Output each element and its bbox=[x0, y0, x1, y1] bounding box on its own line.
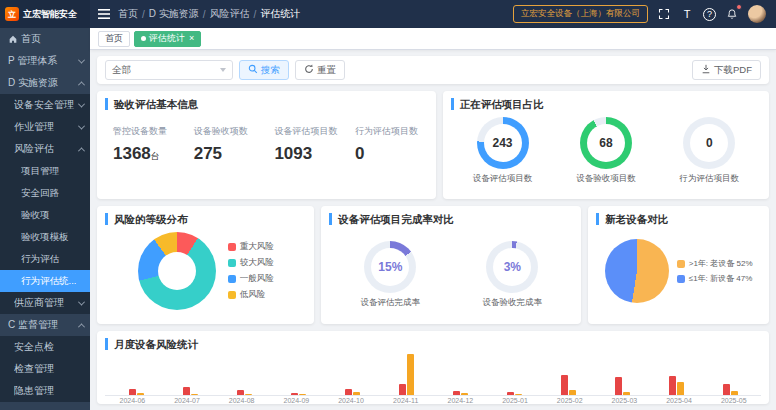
sidebar-item-9[interactable]: 验收项模板 bbox=[0, 226, 90, 248]
sidebar-item-label: 安全点检 bbox=[14, 340, 84, 354]
sidebar-item-11[interactable]: 行为评估统... bbox=[0, 270, 90, 292]
bar-较大风险[interactable] bbox=[461, 393, 468, 395]
bar-较大风险[interactable] bbox=[407, 354, 414, 395]
sidebar-collapse-icon[interactable] bbox=[90, 9, 118, 19]
bar-重大风险[interactable] bbox=[669, 376, 676, 395]
sidebar-item-15[interactable]: 检查管理 bbox=[0, 358, 90, 380]
sidebar-item-10[interactable]: 行为评估 bbox=[0, 248, 90, 270]
legend-swatch bbox=[677, 260, 685, 268]
stat-number: 1093 bbox=[274, 144, 312, 163]
x-axis-labels: 2024-062024-072024-082024-092024-102024-… bbox=[105, 397, 761, 404]
sidebar-item-label: D 实施资源 bbox=[8, 76, 77, 90]
bar-较大风险[interactable] bbox=[245, 394, 252, 395]
sidebar-item-6[interactable]: 项目管理 bbox=[0, 160, 90, 182]
bar-较大风险[interactable] bbox=[569, 390, 576, 395]
stat-managed-devices: 管控设备数量 1368台 bbox=[105, 125, 186, 164]
legend-item: 低风险 bbox=[228, 289, 274, 301]
sidebar-item-label: 检查管理 bbox=[14, 362, 84, 376]
fullscreen-icon[interactable] bbox=[657, 6, 671, 22]
chevron-down-icon bbox=[78, 298, 85, 305]
risk-title: 风险的等级分布 bbox=[105, 213, 306, 225]
sidebar-item-label: 隐患管理 bbox=[14, 384, 84, 398]
monthly-chart-area: 2024-062024-072024-082024-092024-102024-… bbox=[105, 354, 761, 397]
breadcrumb-item-home[interactable]: 首页 bbox=[118, 7, 138, 21]
stat-label: 行为评估项目数 bbox=[355, 125, 428, 138]
app-title: 立宏智能安全 bbox=[23, 8, 77, 21]
sidebar-item-1[interactable]: P 管理体系 bbox=[0, 50, 90, 72]
sidebar-item-8[interactable]: 验收项 bbox=[0, 204, 90, 226]
chevron-up-icon bbox=[78, 81, 85, 88]
x-axis-label: 2024-06 bbox=[105, 397, 160, 404]
sidebar-item-12[interactable]: 供应商管理 bbox=[0, 292, 90, 314]
app-header: 立 立宏智能安全 首页 / D 实施资源 / 风险评估 / 评估统计 立宏安全设… bbox=[0, 0, 776, 28]
close-icon[interactable]: × bbox=[189, 34, 194, 43]
bar-重大风险[interactable] bbox=[129, 389, 136, 395]
sidebar-item-13[interactable]: C 监督管理 bbox=[0, 314, 90, 336]
chevron-down-icon bbox=[78, 122, 85, 129]
bar-较大风险[interactable] bbox=[623, 392, 630, 395]
monthly-title: 月度设备风险统计 bbox=[105, 338, 761, 350]
sidebar-menu: 首页P 管理体系D 实施资源设备安全管理作业管理风险评估项目管理安全回路验收项验… bbox=[0, 28, 90, 410]
progress-ring: 243 bbox=[477, 117, 529, 169]
bar-较大风险[interactable] bbox=[353, 392, 360, 395]
legend-label: 较大风险 bbox=[240, 257, 274, 269]
reset-button-label: 重置 bbox=[317, 64, 336, 77]
notifications-bell-icon[interactable] bbox=[725, 6, 739, 22]
tab-0[interactable]: 首页 bbox=[98, 31, 130, 47]
bar-重大风险[interactable] bbox=[237, 390, 244, 395]
tab-1[interactable]: 评估统计× bbox=[134, 31, 201, 47]
bar-重大风险[interactable] bbox=[291, 393, 298, 395]
chevron-down-icon bbox=[78, 100, 85, 107]
new-old-body: >1年: 老设备 52%≤1年: 新设备 47% bbox=[596, 225, 761, 317]
bar-重大风险[interactable] bbox=[183, 387, 190, 395]
company-button[interactable]: 立宏安全设备（上海）有限公司 bbox=[513, 5, 648, 23]
progress-ring: 0 bbox=[683, 117, 735, 169]
bar-较大风险[interactable] bbox=[677, 382, 684, 395]
sidebar-item-label: C 监督管理 bbox=[8, 318, 77, 332]
monthly-risk-card: 月度设备风险统计 2024-062024-072024-082024-09202… bbox=[97, 331, 769, 404]
sidebar-item-label: 首页 bbox=[21, 32, 84, 46]
sidebar-item-5[interactable]: 风险评估 bbox=[0, 138, 90, 160]
user-avatar[interactable] bbox=[748, 5, 766, 23]
reset-button[interactable]: 重置 bbox=[295, 60, 345, 80]
bar-较大风险[interactable] bbox=[191, 394, 198, 395]
bar-重大风险[interactable] bbox=[453, 391, 460, 395]
progress-value: 68 bbox=[587, 124, 625, 162]
progress-value: 0 bbox=[690, 124, 728, 162]
stats-row: 管控设备数量 1368台 设备验收项数 275 设备评估项目数 1093 bbox=[105, 125, 428, 164]
download-pdf-button[interactable]: 下载PDF bbox=[692, 60, 761, 80]
sidebar-item-7[interactable]: 安全回路 bbox=[0, 182, 90, 204]
bar-较大风险[interactable] bbox=[515, 394, 522, 395]
search-button[interactable]: 搜索 bbox=[239, 60, 289, 80]
bar-较大风险[interactable] bbox=[299, 394, 306, 395]
bar-重大风险[interactable] bbox=[399, 384, 406, 395]
sidebar-item-2[interactable]: D 实施资源 bbox=[0, 72, 90, 94]
tag-dot bbox=[141, 36, 146, 41]
x-axis-label: 2024-09 bbox=[269, 397, 324, 404]
bar-重大风险[interactable] bbox=[507, 392, 514, 395]
breadcrumb-item-risk[interactable]: 风险评估 bbox=[210, 7, 250, 21]
sidebar-item-14[interactable]: 安全点检 bbox=[0, 336, 90, 358]
sidebar-item-0[interactable]: 首页 bbox=[0, 28, 90, 50]
breadcrumb-item-resources[interactable]: D 实施资源 bbox=[149, 7, 199, 21]
home-icon bbox=[8, 34, 18, 44]
bar-重大风险[interactable] bbox=[615, 377, 622, 395]
help-icon[interactable]: ? bbox=[703, 8, 716, 21]
bar-group-9 bbox=[615, 377, 630, 395]
app-root: 立 立宏智能安全 首页 / D 实施资源 / 风险评估 / 评估统计 立宏安全设… bbox=[0, 0, 776, 410]
progress-label: 设备评估项目数 bbox=[473, 173, 533, 185]
progress-label: 行为评估项目数 bbox=[680, 173, 740, 185]
bar-重大风险[interactable] bbox=[345, 389, 352, 395]
stat-number: 0 bbox=[355, 144, 364, 163]
bar-重大风险[interactable] bbox=[723, 384, 730, 395]
in-progress-card: 正在评估项目占比 243设备评估项目数68设备验收项目数0行为评估项目数 bbox=[443, 91, 769, 199]
sidebar-item-3[interactable]: 设备安全管理 bbox=[0, 94, 90, 116]
font-size-icon[interactable]: T bbox=[680, 6, 694, 22]
filter-select[interactable]: 全部 bbox=[105, 60, 233, 80]
sidebar-item-4[interactable]: 作业管理 bbox=[0, 116, 90, 138]
bar-较大风险[interactable] bbox=[731, 391, 738, 395]
bar-较大风险[interactable] bbox=[137, 393, 144, 395]
bar-重大风险[interactable] bbox=[561, 375, 568, 395]
sidebar-item-label: 行为评估 bbox=[21, 253, 84, 266]
sidebar-item-16[interactable]: 隐患管理 bbox=[0, 380, 90, 402]
